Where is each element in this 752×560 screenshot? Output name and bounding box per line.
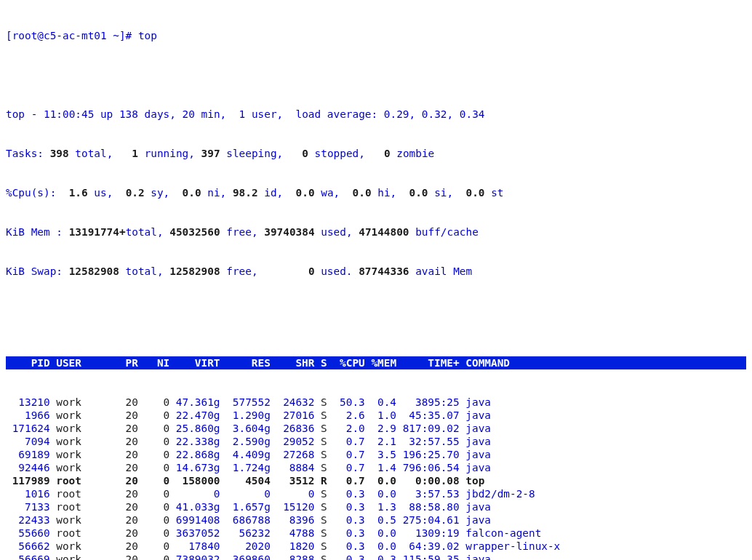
cell-mem: 2.9 (365, 422, 396, 435)
cell-shr: 1820 (271, 540, 315, 553)
cell-s: R (314, 474, 327, 487)
cell-user: work (50, 540, 113, 553)
cell-s: S (314, 448, 327, 461)
cell-ni: 0 (138, 474, 169, 487)
cell-virt: 14.673g (169, 461, 220, 474)
cell-user: work (50, 513, 113, 527)
col-pid[interactable]: PID (6, 356, 50, 369)
cell-pid: 92446 (6, 461, 50, 474)
cell-cpu: 0.3 (327, 540, 365, 553)
cell-shr: 0 (271, 487, 315, 500)
cell-user: work (50, 422, 113, 435)
cell-pr: 20 (113, 461, 138, 474)
cell-pr: 20 (113, 500, 138, 513)
cell-pid: 55660 (6, 527, 50, 540)
cell-s: S (314, 553, 327, 560)
cell-ni: 0 (138, 396, 169, 409)
cell-s: S (314, 461, 327, 474)
cell-shr: 26836 (271, 422, 315, 435)
cell-user: work (50, 448, 113, 461)
cell-user: work (50, 409, 113, 422)
cell-s: S (314, 396, 327, 409)
cell-pid: 7133 (6, 500, 50, 513)
col-mem[interactable]: %MEM (365, 356, 396, 369)
col-cmd[interactable]: COMMAND (460, 356, 592, 369)
col-res[interactable]: RES (220, 356, 271, 369)
cell-res: 3.604g (220, 422, 271, 435)
blank-line (6, 304, 746, 317)
cell-res: 686788 (220, 513, 271, 527)
process-row: 117989root20015800045043512R0.70.00:00.0… (6, 474, 746, 487)
cell-s: S (314, 500, 327, 513)
cell-ni: 0 (138, 553, 169, 560)
cell-cmd: java (460, 461, 592, 474)
cell-time: 45:35.07 (396, 409, 460, 422)
col-shr[interactable]: SHR (271, 356, 315, 369)
cell-res: 2020 (220, 540, 271, 553)
cell-pr: 20 (113, 513, 138, 527)
cell-ni: 0 (138, 461, 169, 474)
col-pr[interactable]: PR (113, 356, 138, 369)
cell-pid: 56662 (6, 540, 50, 553)
cell-user: work (50, 461, 113, 474)
cell-res: 2.590g (220, 435, 271, 448)
cell-s: S (314, 487, 327, 500)
cell-cmd: falcon-agent (460, 527, 592, 540)
cell-pid: 69189 (6, 448, 50, 461)
process-table-header[interactable]: PIDUSERPRNIVIRTRESSHRS%CPU%MEMTIME+COMMA… (6, 356, 746, 369)
cell-cpu: 0.7 (327, 474, 365, 487)
cell-virt: 22.868g (169, 448, 220, 461)
top-tasks-line: Tasks: 398 total, 1 running, 397 sleepin… (6, 147, 746, 160)
process-row: 22433work20069914086867888396S0.30.5275:… (6, 513, 746, 527)
cell-virt: 3637052 (169, 527, 220, 540)
terminal[interactable]: [root@c5-ac-mt01 ~]# top top - 11:00:45 … (0, 0, 752, 560)
cell-time: 1309:19 (396, 527, 460, 540)
cell-s: S (314, 435, 327, 448)
process-row: 13210work20047.361g57755224632S50.30.438… (6, 396, 746, 409)
cell-user: work (50, 396, 113, 409)
cell-cmd: java (460, 553, 592, 560)
cell-cmd: java (460, 513, 592, 527)
col-s[interactable]: S (314, 356, 327, 369)
col-time[interactable]: TIME+ (396, 356, 460, 369)
blank-line (6, 55, 746, 68)
cell-shr: 8288 (271, 553, 315, 560)
cell-time: 3:57.53 (396, 487, 460, 500)
process-row: 1016root200000S0.30.03:57.53jbd2/dm-2-8 (6, 487, 746, 500)
cell-ni: 0 (138, 435, 169, 448)
cell-shr: 27016 (271, 409, 315, 422)
shell-prompt-line: [root@c5-ac-mt01 ~]# top (6, 29, 746, 42)
cell-cmd: wrapper-linux-x (460, 540, 592, 553)
col-ni[interactable]: NI (138, 356, 169, 369)
cell-mem: 1.4 (365, 461, 396, 474)
cell-mem: 2.1 (365, 435, 396, 448)
cell-cmd: java (460, 435, 592, 448)
cell-pr: 20 (113, 409, 138, 422)
cell-cmd: java (460, 396, 592, 409)
cell-time: 275:04.61 (396, 513, 460, 527)
cell-s: S (314, 422, 327, 435)
process-table-body: 13210work20047.361g57755224632S50.30.438… (6, 396, 746, 560)
cell-res: 369860 (220, 553, 271, 560)
col-user[interactable]: USER (50, 356, 113, 369)
cell-cpu: 0.3 (327, 527, 365, 540)
cell-shr: 4788 (271, 527, 315, 540)
cell-time: 32:57.55 (396, 435, 460, 448)
cell-res: 1.290g (220, 409, 271, 422)
col-cpu[interactable]: %CPU (327, 356, 365, 369)
cell-virt: 6991408 (169, 513, 220, 527)
cell-virt: 47.361g (169, 396, 220, 409)
top-cpu-line: %Cpu(s): 1.6 us, 0.2 sy, 0.0 ni, 98.2 id… (6, 186, 746, 199)
cell-res: 56232 (220, 527, 271, 540)
cell-mem: 0.4 (365, 396, 396, 409)
cell-time: 88:58.80 (396, 500, 460, 513)
cell-cpu: 50.3 (327, 396, 365, 409)
col-virt[interactable]: VIRT (169, 356, 220, 369)
cell-pr: 20 (113, 422, 138, 435)
cell-user: work (50, 553, 113, 560)
cell-shr: 3512 (271, 474, 315, 487)
cell-user: root (50, 487, 113, 500)
cell-virt: 22.338g (169, 435, 220, 448)
cell-cpu: 0.7 (327, 435, 365, 448)
cell-shr: 29052 (271, 435, 315, 448)
